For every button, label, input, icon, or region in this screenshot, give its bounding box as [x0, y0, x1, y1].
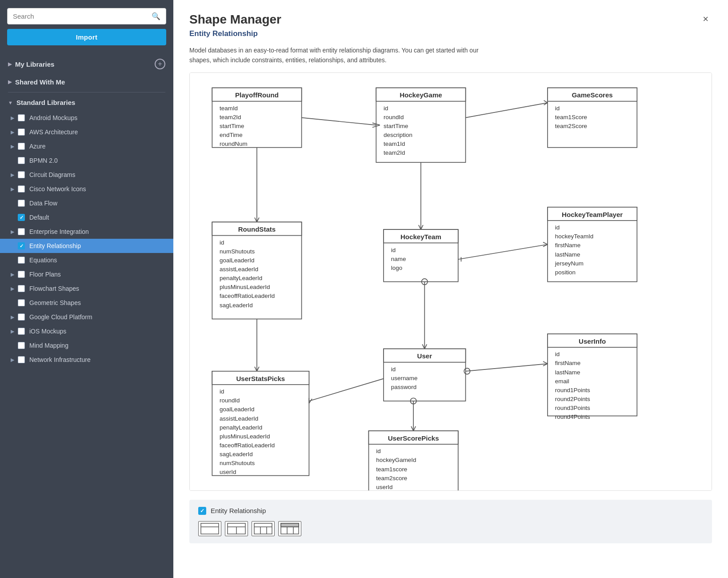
- data-flow-checkbox[interactable]: [18, 200, 25, 207]
- sidebar-item-standard-libraries[interactable]: ▼ Standard Libraries: [0, 94, 173, 111]
- bpmn-2-checkbox[interactable]: [18, 157, 25, 164]
- sidebar-item-mind-mapping[interactable]: ▶ Mind Mapping: [0, 338, 173, 353]
- cisco-network-icons-checkbox[interactable]: [18, 185, 25, 193]
- svg-text:numShutouts: numShutouts: [220, 460, 255, 466]
- sidebar-item-geometric-shapes[interactable]: ▶ Geometric Shapes: [0, 296, 173, 310]
- svg-text:User: User: [417, 352, 432, 360]
- sidebar-item-floor-plans[interactable]: ▶ Floor Plans: [0, 267, 173, 281]
- import-button[interactable]: Import: [7, 29, 166, 45]
- svg-text:goalLeaderId: goalLeaderId: [220, 406, 254, 413]
- shape-icon-3[interactable]: [252, 521, 275, 536]
- aws-architecture-checkbox[interactable]: [18, 128, 25, 136]
- sidebar-item-google-cloud-platform[interactable]: ▶ Google Cloud Platform: [0, 310, 173, 324]
- arrow-icon: ▶: [11, 129, 14, 135]
- geometric-shapes-label: Geometric Shapes: [29, 299, 165, 306]
- equations-checkbox[interactable]: [18, 257, 25, 264]
- android-mockups-checkbox[interactable]: [18, 114, 25, 121]
- ios-mockups-checkbox[interactable]: [18, 328, 25, 335]
- arrow-icon: ▶: [8, 61, 12, 67]
- sidebar-item-equations[interactable]: ▶ Equations: [0, 253, 173, 267]
- azure-checkbox[interactable]: [18, 143, 25, 150]
- shape-icon-2[interactable]: [225, 521, 248, 536]
- arrow-icon: ▶: [11, 186, 14, 192]
- svg-text:startTime: startTime: [384, 123, 408, 129]
- svg-text:team2score: team2score: [376, 474, 407, 481]
- svg-text:userId: userId: [376, 484, 392, 490]
- svg-text:round1Points: round1Points: [555, 387, 590, 393]
- add-library-button[interactable]: +: [155, 59, 165, 69]
- svg-rect-127: [254, 523, 272, 534]
- arrow-icon: ▶: [11, 329, 14, 334]
- svg-rect-132: [281, 523, 299, 527]
- arrow-icon: ▶: [11, 286, 14, 292]
- svg-text:position: position: [555, 269, 576, 276]
- sidebar-item-azure[interactable]: ▶ Azure: [0, 139, 173, 153]
- svg-text:numShutouts: numShutouts: [220, 248, 255, 255]
- svg-text:id: id: [555, 105, 560, 112]
- sidebar-item-ios-mockups[interactable]: ▶ iOS Mockups: [0, 324, 173, 338]
- sidebar-item-circuit-diagrams[interactable]: ▶ Circuit Diagrams: [0, 168, 173, 182]
- svg-text:team2Id: team2Id: [384, 149, 405, 156]
- sidebar-item-entity-relationship[interactable]: ▶ Entity Relationship: [0, 239, 173, 253]
- google-cloud-platform-label: Google Cloud Platform: [29, 313, 165, 321]
- data-flow-label: Data Flow: [29, 200, 165, 207]
- sidebar-item-data-flow[interactable]: ▶ Data Flow: [0, 196, 173, 210]
- network-infrastructure-checkbox[interactable]: [18, 356, 25, 363]
- sidebar-item-network-infrastructure[interactable]: ▶ Network Infrastructure: [0, 353, 173, 367]
- sidebar-item-flowchart-shapes[interactable]: ▶ Flowchart Shapes: [0, 281, 173, 296]
- close-button[interactable]: ×: [699, 12, 712, 26]
- svg-text:roundId: roundId: [220, 397, 240, 404]
- google-cloud-platform-checkbox[interactable]: [18, 313, 25, 321]
- svg-text:id: id: [220, 388, 224, 395]
- default-label: Default: [29, 214, 165, 221]
- svg-text:goalLeaderId: goalLeaderId: [220, 257, 254, 264]
- shape-icon-4[interactable]: [278, 521, 301, 536]
- flowchart-shapes-label: Flowchart Shapes: [29, 285, 165, 292]
- sidebar-item-android-mockups[interactable]: ▶ Android Mockups: [0, 111, 173, 125]
- sidebar-item-bpmn-2[interactable]: ▶ BPMN 2.0: [0, 153, 173, 168]
- aws-architecture-label: AWS Architecture: [29, 128, 165, 136]
- svg-text:id: id: [555, 351, 560, 357]
- sidebar-item-shared-with-me[interactable]: ▶ Shared With Me: [0, 74, 173, 90]
- android-mockups-label: Android Mockups: [29, 114, 165, 121]
- flowchart-shapes-checkbox[interactable]: [18, 285, 25, 292]
- circuit-diagrams-label: Circuit Diagrams: [29, 171, 165, 178]
- svg-text:RoundStats: RoundStats: [238, 225, 276, 233]
- shape-icon-1[interactable]: [198, 521, 221, 536]
- network-infrastructure-label: Network Infrastructure: [29, 356, 165, 363]
- svg-text:penaltyLeaderId: penaltyLeaderId: [220, 424, 262, 430]
- svg-text:id: id: [376, 448, 380, 454]
- sidebar-item-my-libraries[interactable]: ▶ My Libraries +: [0, 54, 173, 74]
- svg-text:team1score: team1score: [376, 466, 407, 472]
- sidebar-item-default[interactable]: ▶ Default: [0, 210, 173, 225]
- search-input[interactable]: [13, 12, 152, 20]
- default-checkbox[interactable]: [18, 214, 25, 221]
- svg-text:team1Score: team1Score: [555, 114, 587, 120]
- enterprise-integration-checkbox[interactable]: [18, 228, 25, 235]
- sidebar-item-cisco-network-icons[interactable]: ▶ Cisco Network Icons: [0, 182, 173, 196]
- er-diagram-svg: PlayoffRound teamId team2Id startTime en…: [190, 73, 712, 490]
- sidebar-item-aws-architecture[interactable]: ▶ AWS Architecture: [0, 125, 173, 139]
- circuit-diagrams-checkbox[interactable]: [18, 171, 25, 178]
- geometric-shapes-checkbox[interactable]: [18, 299, 25, 306]
- arrow-icon: ▶: [11, 115, 14, 121]
- svg-text:jerseyNum: jerseyNum: [555, 260, 584, 266]
- svg-text:id: id: [555, 224, 560, 231]
- sidebar-item-enterprise-integration[interactable]: ▶ Enterprise Integration: [0, 225, 173, 239]
- svg-text:userId: userId: [220, 469, 236, 475]
- arrow-icon: ▶: [11, 229, 14, 235]
- search-box[interactable]: 🔍: [7, 8, 166, 24]
- sidebar-top: 🔍 Import: [0, 0, 173, 51]
- search-icon: 🔍: [152, 12, 160, 20]
- diagram-preview: PlayoffRound teamId team2Id startTime en…: [189, 72, 712, 491]
- ios-mockups-label: iOS Mockups: [29, 328, 165, 335]
- mind-mapping-label: Mind Mapping: [29, 342, 165, 349]
- main-content: Shape Manager × Entity Relationship Mode…: [173, 0, 728, 578]
- svg-text:HockeyTeamPlayer: HockeyTeamPlayer: [562, 210, 623, 218]
- svg-text:faceoffRatioLeaderId: faceoffRatioLeaderId: [220, 293, 275, 299]
- mind-mapping-checkbox[interactable]: [18, 342, 25, 349]
- entity-relationship-checkbox[interactable]: [18, 242, 25, 249]
- svg-text:faceoffRatioLeaderId: faceoffRatioLeaderId: [220, 442, 275, 449]
- floor-plans-checkbox[interactable]: [18, 271, 25, 278]
- footer-entity-relationship-checkbox[interactable]: [198, 507, 206, 515]
